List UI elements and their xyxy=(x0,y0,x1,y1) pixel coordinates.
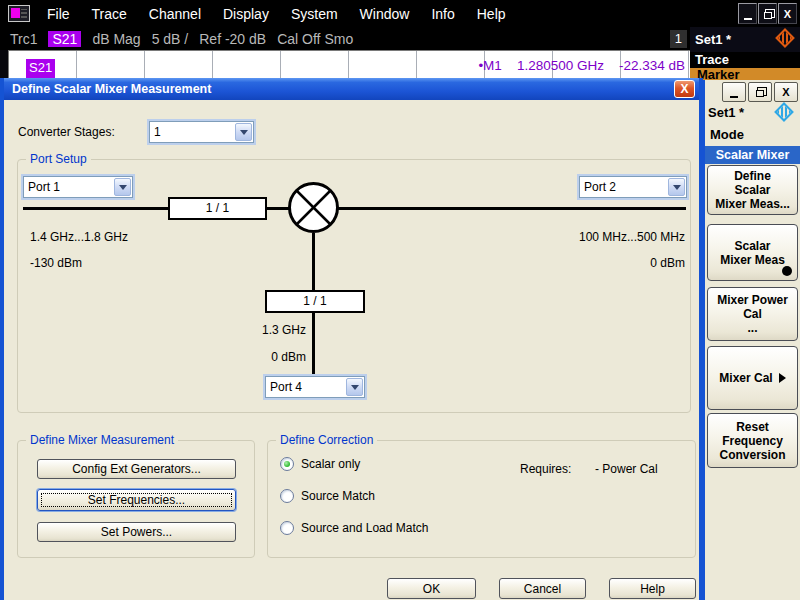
window-controls: X xyxy=(738,3,797,24)
softkey-scalar-mixer-meas[interactable]: Scalar Mixer Meas xyxy=(707,224,798,281)
panel-window-controls: X xyxy=(722,82,798,102)
chevron-down-icon[interactable] xyxy=(346,378,363,396)
lo-frequency-ratio: 1 / 1 xyxy=(265,290,365,313)
define-correction-group: Define Correction Scalar only Source Mat… xyxy=(267,440,696,558)
menu-system[interactable]: System xyxy=(280,6,349,22)
radio-icon xyxy=(280,489,294,503)
converter-stages-label: Converter Stages: xyxy=(18,125,115,139)
set-frequencies-button[interactable]: Set Frequencies... xyxy=(37,489,236,511)
rf-power: -130 dBm xyxy=(30,256,82,270)
trace-format[interactable]: dB Mag xyxy=(92,31,140,47)
menu-info[interactable]: Info xyxy=(420,6,465,22)
marker-level: -22.334 dB xyxy=(619,58,685,73)
setup-name: Set1 * xyxy=(695,32,731,47)
trace-reference[interactable]: Ref -20 dB xyxy=(199,31,266,47)
port-setup-group: Port Setup Port 1 Port 2 1 / 1 1 xyxy=(17,159,691,413)
trace-cal-state: Cal Off Smo xyxy=(277,31,353,47)
cancel-button[interactable]: Cancel xyxy=(499,578,586,599)
setup-tab-top: Set1 * xyxy=(690,27,800,52)
if-power: 0 dBm xyxy=(650,256,685,270)
menu-channel[interactable]: Channel xyxy=(138,6,212,22)
help-button[interactable]: Help xyxy=(609,578,696,599)
restore-icon[interactable] xyxy=(748,82,772,102)
define-mixer-measurement-label: Define Mixer Measurement xyxy=(26,433,178,447)
app-icon[interactable] xyxy=(8,5,30,22)
rf-port-select[interactable]: Port 1 xyxy=(23,176,133,198)
active-indicator-dot xyxy=(782,266,792,276)
lo-freq: 1.3 GHz xyxy=(158,323,306,337)
close-icon[interactable]: X xyxy=(674,80,695,98)
softkey-reset-frequency-conversion[interactable]: Reset Frequency Conversion xyxy=(707,413,798,468)
menu-help[interactable]: Help xyxy=(466,6,517,22)
rs-logo-icon xyxy=(775,28,797,50)
restore-icon[interactable] xyxy=(758,3,777,24)
minimize-icon[interactable] xyxy=(738,3,757,24)
marker-readout: •M1 1.280500 GHz -22.334 dB xyxy=(478,58,685,73)
softkey-mixer-power-cal[interactable]: Mixer Power Cal ... xyxy=(707,287,798,341)
set-powers-button[interactable]: Set Powers... xyxy=(37,522,236,542)
menu-file[interactable]: File xyxy=(36,6,81,22)
radio-icon xyxy=(280,457,294,471)
softkey-item-scalar-mixer[interactable]: Scalar Mixer xyxy=(705,146,800,164)
rf-freq-range: 1.4 GHz...1.8 GHz xyxy=(30,230,128,244)
softkey-panel: X Set1 * Mode Scalar Mixer Define Scalar… xyxy=(700,80,800,600)
dialog-title-bar[interactable]: Define Scalar Mixer Measurement X xyxy=(4,78,699,100)
application-window: File Trace Channel Display System Window… xyxy=(0,0,800,600)
config-ext-generators-button[interactable]: Config Ext Generators... xyxy=(37,459,236,479)
lo-port-select[interactable]: Port 4 xyxy=(265,376,365,398)
close-icon[interactable]: X xyxy=(778,3,797,24)
radio-source-and-load-match[interactable]: Source and Load Match xyxy=(280,521,428,535)
chevron-down-icon[interactable] xyxy=(668,178,685,196)
if-port-select[interactable]: Port 2 xyxy=(579,176,687,198)
trace-info-bar: Trc1 S21 dB Mag 5 dB / Ref -20 dB Cal Of… xyxy=(0,27,690,50)
close-icon[interactable]: X xyxy=(774,82,798,102)
converter-stages-select[interactable]: 1 xyxy=(149,121,254,143)
softkey-menu-title-trace: Trace xyxy=(690,52,800,68)
port-setup-group-label: Port Setup xyxy=(26,152,91,166)
define-correction-label: Define Correction xyxy=(276,433,377,447)
channel-badge: 1 xyxy=(670,30,687,48)
minimize-icon[interactable] xyxy=(722,82,746,102)
rs-logo-icon xyxy=(774,102,796,124)
trace-parameter[interactable]: S21 xyxy=(48,31,81,47)
lo-power: 0 dBm xyxy=(158,350,306,364)
trace-label: S21 xyxy=(26,59,55,78)
radio-icon xyxy=(280,521,294,535)
menu-trace[interactable]: Trace xyxy=(81,6,138,22)
ok-button[interactable]: OK xyxy=(387,578,476,599)
radio-scalar-only[interactable]: Scalar only xyxy=(280,457,360,471)
if-freq-range: 100 MHz...500 MHz xyxy=(579,230,685,244)
menu-display[interactable]: Display xyxy=(212,6,280,22)
softkey-menu-title-mode: Mode xyxy=(710,127,744,142)
softkey-define-scalar-mixer-meas[interactable]: Define Scalar Mixer Meas... xyxy=(707,165,798,215)
menu-bar: File Trace Channel Display System Window… xyxy=(0,0,800,27)
marker-frequency: 1.280500 GHz xyxy=(517,58,604,73)
submenu-arrow-icon xyxy=(779,373,786,383)
requires-value: - Power Cal xyxy=(595,462,658,476)
dialog-title: Define Scalar Mixer Measurement xyxy=(12,82,211,96)
menu-window[interactable]: Window xyxy=(349,6,421,22)
dialog-body: Converter Stages: 1 Port Setup Port 1 Po… xyxy=(8,100,695,600)
marker-name: •M1 xyxy=(478,58,501,73)
requires-label: Requires: xyxy=(520,462,571,476)
mixer-icon xyxy=(287,181,340,234)
chevron-down-icon[interactable] xyxy=(235,123,252,141)
radio-source-match[interactable]: Source Match xyxy=(280,489,375,503)
rf-signal-line xyxy=(23,207,686,210)
define-scalar-mixer-measurement-dialog: Define Scalar Mixer Measurement X Conver… xyxy=(0,78,703,600)
softkey-mixer-cal[interactable]: Mixer Cal xyxy=(707,346,798,410)
diagram-area-top: S21 •M1 1.280500 GHz -22.334 dB xyxy=(8,50,690,78)
trace-name[interactable]: Trc1 xyxy=(10,31,37,47)
rf-frequency-ratio: 1 / 1 xyxy=(168,197,267,220)
chevron-down-icon[interactable] xyxy=(114,178,131,196)
setup-name: Set1 * xyxy=(708,105,744,120)
define-mixer-measurement-group: Define Mixer Measurement Config Ext Gene… xyxy=(17,440,255,558)
trace-scale[interactable]: 5 dB / xyxy=(152,31,189,47)
